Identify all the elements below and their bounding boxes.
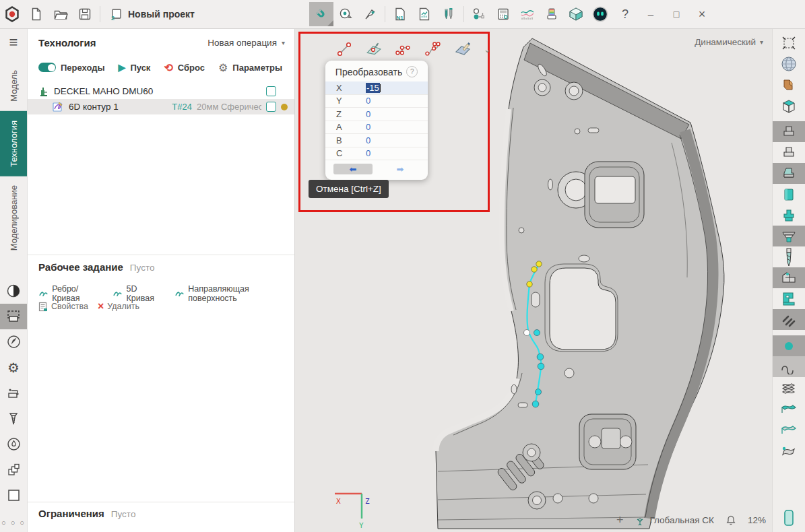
ai-assistant-button[interactable] <box>588 2 612 26</box>
stock-cylinder-pale-teal-icon[interactable] <box>773 163 805 184</box>
zoom-level[interactable]: 12% <box>748 515 766 525</box>
machine-tree-row[interactable]: DECKEL MAHO DMU60 <box>27 84 294 99</box>
save-project-button[interactable] <box>73 2 97 26</box>
minimize-button[interactable]: – <box>638 2 664 26</box>
toggle-on-icon[interactable] <box>38 63 56 72</box>
parameters-button[interactable]: ⚙ Параметры <box>218 61 282 74</box>
curve-entity-icon[interactable] <box>773 356 805 377</box>
transform-b-input[interactable]: 0 <box>366 135 421 145</box>
simulation-button[interactable] <box>564 2 588 26</box>
machine-checkbox[interactable] <box>266 86 276 96</box>
transform-c-input[interactable]: 0 <box>366 148 421 158</box>
transform-z-input[interactable]: 0 <box>366 109 421 119</box>
feed-speed-gauge-icon[interactable] <box>0 432 27 457</box>
transform-row-a[interactable]: A 0 <box>325 121 428 135</box>
process-graph-button[interactable] <box>467 2 491 26</box>
operations-tree: DECKEL MAHO DMU60 6D контур 1 T#24 20мм … <box>27 84 294 114</box>
axis-x-label: X <box>336 497 341 506</box>
layers-icon[interactable] <box>0 457 27 483</box>
transform-row-y[interactable]: Y 0 <box>325 95 428 108</box>
undo-arrow-button[interactable]: ⬅ <box>333 164 373 174</box>
surface-paint-tool[interactable] <box>454 40 472 58</box>
reset-button[interactable]: ⟲ Сброс <box>164 61 205 74</box>
help-question-icon[interactable]: ? <box>406 66 418 77</box>
workpiece-stock-icon[interactable] <box>0 304 27 329</box>
transform-row-z[interactable]: Z 0 <box>325 108 428 121</box>
tool-description: 20мм Сферичес <box>197 102 261 112</box>
view-mode-dropdown[interactable]: Динамический ▾ <box>695 37 763 47</box>
close-button[interactable]: × <box>689 2 715 26</box>
transform-x-input[interactable]: -15 <box>366 83 421 93</box>
transform-row-x[interactable]: X -15 <box>325 81 428 95</box>
surface-flag-teal-gray-icon[interactable] <box>773 419 805 440</box>
chevron-down-icon[interactable]: ⌄ <box>484 44 491 55</box>
transform-y-input[interactable]: 0 <box>366 96 421 106</box>
shading-mode-icon[interactable] <box>0 278 27 304</box>
properties-link[interactable]: Свойства <box>38 302 88 312</box>
stock-cylinder-stepped-icon[interactable] <box>773 205 805 226</box>
machine-teal-icon[interactable] <box>773 288 805 309</box>
operation-checkbox[interactable] <box>266 102 276 112</box>
open-project-button[interactable] <box>49 2 73 26</box>
tab-modeling[interactable]: Моделирование <box>0 176 27 260</box>
point-entity-icon[interactable] <box>773 335 805 356</box>
statistics-button[interactable] <box>515 2 540 26</box>
two-point-line-tool[interactable] <box>335 40 353 58</box>
snap-magnet-button[interactable] <box>309 2 333 26</box>
project-tab[interactable]: 2 Новый проект <box>103 2 201 26</box>
main-menu-icon[interactable]: ≡ <box>9 34 18 51</box>
solid-face-icon[interactable] <box>773 74 805 95</box>
blank-view-icon[interactable] <box>0 483 27 508</box>
transitions-toggle[interactable]: Переходы <box>38 63 105 73</box>
maximize-button[interactable]: □ <box>664 2 689 26</box>
side-panel-toggle-icon[interactable] <box>773 507 805 528</box>
stock-cylinder-teal-icon[interactable] <box>773 184 805 205</box>
tab-technology[interactable]: Технология <box>0 111 27 176</box>
new-operation-dropdown[interactable]: Новая операция ▾ <box>207 38 285 48</box>
notifications-bell-icon[interactable] <box>726 514 736 526</box>
report-button[interactable] <box>412 2 437 26</box>
surface-flag-teal-icon[interactable] <box>773 398 805 419</box>
caliper-button[interactable] <box>358 2 382 26</box>
transform-row-b[interactable]: B 0 <box>325 134 428 147</box>
stock-cylinder-gray-icon[interactable] <box>773 121 805 142</box>
transform-a-input[interactable]: 0 <box>366 122 421 132</box>
machine-head-icon[interactable] <box>773 267 805 288</box>
gcode-n1-button[interactable]: N1 <box>388 2 412 26</box>
curve-icon <box>112 290 123 298</box>
cutting-tool-icon[interactable] <box>0 406 27 432</box>
additive-print-button[interactable] <box>540 2 564 26</box>
delete-link[interactable]: × Удалить <box>98 300 139 312</box>
redo-arrow-button[interactable]: ➡ <box>381 164 420 174</box>
settings-gear-icon[interactable]: ⚙ <box>0 355 27 380</box>
polyline-tool[interactable] <box>395 40 412 58</box>
tab-model[interactable]: Модель <box>0 61 27 111</box>
spline-tool[interactable] <box>424 40 442 58</box>
help-button[interactable]: ? <box>612 2 638 26</box>
transform-handles-icon[interactable] <box>773 32 805 53</box>
surface-flag-outline-icon[interactable] <box>773 377 805 398</box>
stock-cylinder-light-icon[interactable] <box>773 142 805 163</box>
run-button[interactable]: ▶ Пуск <box>119 62 151 73</box>
calculator-button[interactable] <box>491 2 515 26</box>
transform-row-c[interactable]: C 0 <box>325 147 428 161</box>
wireframe-cube-icon[interactable] <box>773 95 805 116</box>
coordinate-system-selector[interactable]: Глобальная СК <box>635 515 714 526</box>
add-guide-surface-link[interactable]: Направляющая поверхность <box>174 284 294 303</box>
fixture-setup-icon[interactable] <box>0 380 27 406</box>
measure-tape-button[interactable] <box>333 2 358 26</box>
3d-viewport[interactable]: X Z Y Динамический ▾ ⌄ Преобразоват <box>294 28 773 532</box>
hatch-pattern-icon[interactable] <box>773 309 805 330</box>
contour-operation-icon <box>53 102 64 112</box>
stock-flange-teal-icon[interactable] <box>773 226 805 246</box>
drill-bit-icon[interactable] <box>773 246 805 267</box>
more-options-icon[interactable]: ○ ○ ○ <box>1 519 26 527</box>
point-on-surface-tool[interactable] <box>365 40 383 58</box>
mesh-sphere-icon[interactable] <box>773 53 805 74</box>
new-document-button[interactable] <box>24 2 49 26</box>
surface-flag-point-icon[interactable] <box>773 440 805 461</box>
reset-icon: ⟲ <box>164 61 172 74</box>
operation-tree-row[interactable]: 6D контур 1 T#24 20мм Сферичес <box>27 99 294 114</box>
tool-library-button[interactable] <box>437 2 461 26</box>
navigation-compass-icon[interactable] <box>0 329 27 355</box>
